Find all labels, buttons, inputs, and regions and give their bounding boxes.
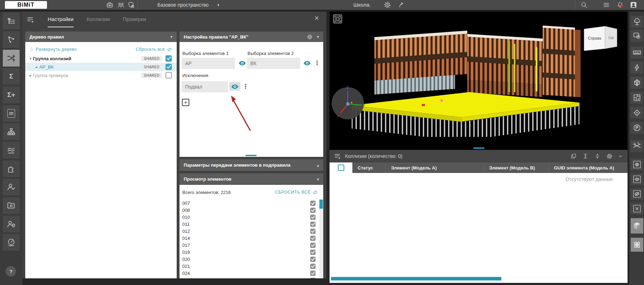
connections-button[interactable] xyxy=(3,31,20,48)
hide-selection-button[interactable] xyxy=(631,188,643,200)
exclusion-menu-icon[interactable]: ⋮ xyxy=(243,83,249,89)
element-checkbox[interactable] xyxy=(310,215,316,220)
reset-all-link[interactable]: Сбросить всё xyxy=(136,47,172,52)
subrules-header[interactable]: Параметры передачи элементов в подправил… xyxy=(179,159,323,171)
element-row[interactable]: 019 xyxy=(179,249,323,256)
elements-header[interactable]: Просмотр элементов ▾ xyxy=(179,173,323,185)
selection2-input[interactable]: ВК xyxy=(247,58,300,69)
orbit-mode-button[interactable] xyxy=(631,238,643,252)
sheet-2d-button[interactable]: 2D xyxy=(3,105,20,122)
tab-checks[interactable]: Проверки xyxy=(123,16,146,27)
node-checkbox[interactable] xyxy=(165,55,172,62)
element-checkbox[interactable] xyxy=(310,229,316,234)
selection2-menu-icon[interactable]: ⋮ xyxy=(314,60,320,66)
elements-collapse-caret-icon[interactable]: ▾ xyxy=(317,177,319,182)
element-row[interactable]: 017 xyxy=(179,242,323,249)
subrules-collapse-caret-icon[interactable]: ▴ xyxy=(317,163,319,168)
charts-button[interactable] xyxy=(3,142,20,159)
expand-tree-link[interactable]: Развернуть дерево xyxy=(29,47,77,52)
project-settings-gear-icon[interactable] xyxy=(384,1,391,9)
panel-collapse-icon[interactable] xyxy=(26,16,34,23)
panel-chevron-down-icon[interactable] xyxy=(618,153,623,159)
element-checkbox[interactable] xyxy=(310,236,316,241)
element-checkbox[interactable] xyxy=(310,264,316,269)
floor-plan-button[interactable] xyxy=(631,92,643,104)
structure-button[interactable] xyxy=(3,123,20,140)
element-row[interactable]: 007 xyxy=(179,200,323,207)
section-cube-button[interactable] xyxy=(631,77,643,89)
section-flash-button[interactable] xyxy=(631,62,643,74)
copy-icon[interactable] xyxy=(570,153,577,159)
element-row[interactable]: 024 xyxy=(179,270,323,277)
user-avatar[interactable] xyxy=(630,1,637,9)
share-icon[interactable] xyxy=(398,1,406,9)
collapse-rows-icon[interactable] xyxy=(594,153,601,159)
clear-selection-button[interactable] xyxy=(631,203,643,215)
user-check-button[interactable] xyxy=(3,179,20,195)
panel-close-button[interactable]: × xyxy=(314,14,319,23)
selection1-input[interactable]: АР xyxy=(182,58,235,69)
tree-node-collision-group[interactable]: ▾ Группа коллизий SHARED xyxy=(25,54,177,63)
show-selection-button[interactable] xyxy=(631,173,643,185)
capture-region-button[interactable] xyxy=(631,30,643,42)
element-checkbox[interactable] xyxy=(310,243,316,248)
element-row[interactable]: 021 xyxy=(179,263,323,270)
collisions-menu-icon[interactable] xyxy=(334,153,341,160)
isolate-selection-button[interactable] xyxy=(631,159,643,171)
elements-reset-all-link[interactable]: СБРОСИТЬ ВСЁ xyxy=(275,190,318,195)
dashboard-gauge-button[interactable] xyxy=(3,234,20,251)
elements-scrollbar-thumb[interactable] xyxy=(319,200,323,209)
flag-marker-button[interactable] xyxy=(631,122,643,134)
rule-settings-gear-icon[interactable] xyxy=(307,34,313,40)
settings-drag-handle[interactable] xyxy=(245,155,257,156)
search-icon[interactable] xyxy=(580,1,588,9)
summary-button[interactable]: Σ xyxy=(3,68,20,85)
tab-collisions[interactable]: Коллизии xyxy=(87,16,110,27)
element-checkbox[interactable] xyxy=(310,208,316,213)
element-row[interactable]: 011 xyxy=(179,221,323,228)
element-row[interactable]: 014 xyxy=(179,235,323,242)
clash-rules-button[interactable] xyxy=(3,50,20,67)
rule-tree-header[interactable]: Дерево правил ▾ xyxy=(25,32,177,42)
clash-lines-button[interactable]: 12 xyxy=(631,140,643,152)
view-cube[interactable]: Справа Сзади xyxy=(580,19,622,54)
locate-target-button[interactable] xyxy=(631,107,643,119)
element-row[interactable]: 010 xyxy=(179,214,323,221)
team-icon[interactable] xyxy=(117,1,125,9)
element-checkbox[interactable] xyxy=(310,257,316,262)
element-checkbox[interactable] xyxy=(310,278,316,279)
user-location-button[interactable] xyxy=(3,216,20,232)
element-checkbox[interactable] xyxy=(310,222,316,227)
add-exclusion-button[interactable]: + xyxy=(182,99,189,106)
help-button[interactable]: ? xyxy=(6,266,16,277)
node-expand-caret-icon[interactable]: ▸ xyxy=(28,73,33,78)
plugins-button[interactable] xyxy=(3,160,20,177)
notifications-bell-icon[interactable] xyxy=(616,1,624,9)
shared-folder-button[interactable] xyxy=(3,197,20,214)
horizontal-scrollbar-thumb[interactable] xyxy=(331,277,501,280)
element-row[interactable]: 020 xyxy=(179,256,323,263)
element-checkbox[interactable] xyxy=(310,271,316,276)
node-expand-caret-icon[interactable]: ▾ xyxy=(28,56,33,61)
viewport-3d[interactable]: Z Y X Справа Сзади Коллизии (количество:… xyxy=(330,12,628,283)
model-tree-button[interactable] xyxy=(3,13,20,29)
viewport-focus-icon[interactable] xyxy=(332,14,343,24)
app-logo[interactable]: BiMiT xyxy=(5,1,47,9)
rule-tree-collapse-caret-icon[interactable]: ▾ xyxy=(170,34,172,39)
workspace-selector-label[interactable]: Базовое пространство xyxy=(157,0,209,10)
node-checkbox[interactable] xyxy=(165,72,172,78)
collisions-drag-handle[interactable] xyxy=(473,147,484,149)
projects-icon[interactable] xyxy=(106,1,114,9)
tab-settings[interactable]: Настройки xyxy=(48,16,74,27)
node-checkbox[interactable] xyxy=(165,64,172,70)
tree-node-check-group[interactable]: ▸ Группа проверок SHARED xyxy=(25,71,177,79)
element-row[interactable]: 008 xyxy=(179,207,323,214)
summary-add-button[interactable]: Σ+ xyxy=(3,86,20,103)
node-expand-caret-icon[interactable]: ▸ xyxy=(34,65,39,69)
workspace-caret-icon[interactable]: ▾ xyxy=(217,0,219,10)
exclusion-visibility-eye-icon[interactable] xyxy=(229,82,240,91)
element-row[interactable]: 012 xyxy=(179,228,323,235)
ruler-button[interactable] xyxy=(631,47,643,58)
selection2-visibility-eye-icon[interactable] xyxy=(303,60,311,67)
tree-node-ar-vk[interactable]: ▸ АР_ВК SHARED xyxy=(25,63,177,71)
